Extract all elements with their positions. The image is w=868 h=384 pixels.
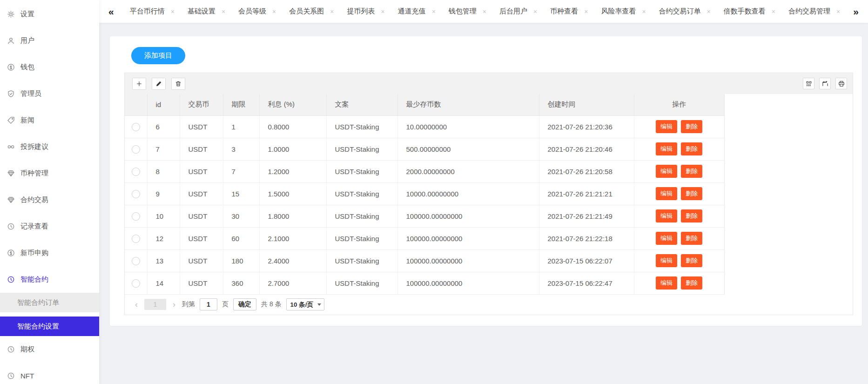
row-radio[interactable] xyxy=(132,168,140,176)
table-cell: 2000.00000000 xyxy=(397,160,539,182)
table-cell: 2021-07-26 21:20:58 xyxy=(539,160,634,182)
table-row: 6USDT10.8000USDT-Staking10.000000002021-… xyxy=(125,115,724,138)
tab-close-icon[interactable]: × xyxy=(171,8,175,15)
sidebar-item-records[interactable]: 记录查看 xyxy=(0,213,99,240)
tab-close-icon[interactable]: × xyxy=(642,8,646,15)
confirm-button[interactable]: 确定 xyxy=(233,298,256,310)
page-current[interactable]: 1 xyxy=(144,299,166,310)
edit-button[interactable]: 编辑 xyxy=(656,120,677,133)
tab[interactable]: 会员关系图× xyxy=(283,0,340,23)
delete-button[interactable]: 删除 xyxy=(681,120,702,133)
tab-close-icon[interactable]: × xyxy=(584,8,588,15)
table-row: 12USDT602.1000USDT-Staking100000.0000000… xyxy=(125,227,724,249)
history-icon xyxy=(7,276,15,284)
edit-button[interactable]: 编辑 xyxy=(656,254,677,267)
tab[interactable]: 通道充值× xyxy=(391,0,442,23)
sidebar-item-contract-trade[interactable]: 合约交易 xyxy=(0,187,99,213)
tabs-scroll-right-icon[interactable]: » xyxy=(844,6,868,17)
tabbar: « 平台币行情×基础设置×会员等级×会员关系图×提币列表×通道充值×钱包管理×后… xyxy=(99,0,868,23)
edit-button[interactable]: 编辑 xyxy=(656,187,677,200)
sidebar-item-users[interactable]: 用户 xyxy=(0,27,99,54)
tab[interactable]: 钱包管理× xyxy=(442,0,493,23)
tab-close-icon[interactable]: × xyxy=(836,8,840,15)
tab[interactable]: 提币列表× xyxy=(340,0,391,23)
toolbar-edit-button[interactable] xyxy=(152,78,166,90)
sidebar-item-admin[interactable]: 管理员 xyxy=(0,81,99,107)
tab-label: 后台用户 xyxy=(499,7,527,16)
table-cell: 1.8000 xyxy=(259,205,326,227)
tab-close-icon[interactable]: × xyxy=(432,8,436,15)
sidebar-item-smart-contract[interactable]: 智能合约 xyxy=(0,266,99,293)
edit-button[interactable]: 编辑 xyxy=(656,209,677,222)
tab-close-icon[interactable]: × xyxy=(772,8,775,15)
tab[interactable]: 倍数手数查看× xyxy=(717,0,782,23)
page-size-select[interactable]: 10 条/页 xyxy=(286,298,324,310)
tab-close-icon[interactable]: × xyxy=(330,8,334,15)
tab-close-icon[interactable]: × xyxy=(533,8,537,15)
edit-button[interactable]: 编辑 xyxy=(656,276,677,290)
row-radio[interactable] xyxy=(132,257,140,265)
tab[interactable]: 币种查看× xyxy=(544,0,594,23)
tab-close-icon[interactable]: × xyxy=(272,8,276,15)
delete-button[interactable]: 删除 xyxy=(681,165,702,178)
sidebar-item-new-coin[interactable]: 新币申购 xyxy=(0,240,99,266)
row-radio[interactable] xyxy=(132,145,140,154)
sidebar-subitem-smart-contract-orders[interactable]: 智能合约订单 xyxy=(0,293,99,312)
tab-close-icon[interactable]: × xyxy=(222,8,225,15)
toolbar-add-button[interactable] xyxy=(132,78,146,90)
table-cell: 2021-07-26 21:20:46 xyxy=(539,138,634,160)
toolbar-print-button[interactable] xyxy=(835,78,847,89)
delete-button[interactable]: 删除 xyxy=(681,209,702,222)
table-cell: USDT xyxy=(180,272,223,294)
tab[interactable]: 会员等级× xyxy=(232,0,283,23)
tab-label: 通道充值 xyxy=(398,7,426,16)
edit-button[interactable]: 编辑 xyxy=(656,165,677,178)
tab[interactable]: 合约交易订单× xyxy=(653,0,717,23)
edit-button[interactable]: 编辑 xyxy=(656,232,677,245)
table-cell: 2.1000 xyxy=(259,227,326,249)
tab[interactable]: 合约交易管理× xyxy=(782,0,844,23)
total-count: 共 8 条 xyxy=(261,300,282,309)
sidebar-item-feedback[interactable]: 投拆建议 xyxy=(0,134,99,160)
sidebar-subitem-smart-contract-settings[interactable]: 智能合约设置 xyxy=(0,317,99,336)
delete-button[interactable]: 删除 xyxy=(681,276,702,290)
delete-button[interactable]: 删除 xyxy=(681,254,702,267)
table-cell: 3 xyxy=(223,138,259,160)
tabs-scroll-left-icon[interactable]: « xyxy=(99,6,123,17)
sidebar-item-label: 期权 xyxy=(20,345,34,354)
toolbar-export-button[interactable] xyxy=(819,78,831,89)
row-radio[interactable] xyxy=(132,279,140,288)
delete-button[interactable]: 删除 xyxy=(681,187,702,200)
table-cell: 10.00000000 xyxy=(397,115,539,138)
tab-close-icon[interactable]: × xyxy=(381,8,384,15)
sidebar-item-coin-manage[interactable]: 币种管理 xyxy=(0,160,99,187)
tab-close-icon[interactable]: × xyxy=(483,8,486,15)
tab-close-icon[interactable]: × xyxy=(707,8,711,15)
sidebar-item-options[interactable]: 期权 xyxy=(0,336,99,363)
delete-button[interactable]: 删除 xyxy=(681,142,702,155)
add-project-button[interactable]: 添加项目 xyxy=(131,47,185,64)
table-cell xyxy=(125,182,147,205)
toolbar-cols-button[interactable] xyxy=(803,78,814,89)
tab[interactable]: 后台用户× xyxy=(493,0,544,23)
sidebar-item-nft[interactable]: NFT xyxy=(0,363,99,384)
page-next-button[interactable]: › xyxy=(171,300,177,309)
sidebar-item-news[interactable]: 新闻 xyxy=(0,107,99,134)
tab[interactable]: 基础设置× xyxy=(181,0,232,23)
page-prev-button[interactable]: ‹ xyxy=(133,300,140,309)
delete-button[interactable]: 删除 xyxy=(681,232,702,245)
tab[interactable]: 平台币行情× xyxy=(123,0,181,23)
row-radio[interactable] xyxy=(132,235,140,243)
goto-page-input[interactable] xyxy=(200,298,217,310)
table-header-radio-cell xyxy=(125,94,147,115)
sidebar-item-settings[interactable]: 设置 xyxy=(0,1,99,27)
table-cell: USDT-Staking xyxy=(326,205,397,227)
edit-button[interactable]: 编辑 xyxy=(656,142,677,155)
row-radio[interactable] xyxy=(132,190,140,198)
toolbar-delete-button[interactable] xyxy=(171,78,185,90)
tab[interactable]: 风险率查看× xyxy=(594,0,652,23)
data-table: id交易币期限利息 (%)文案最少存币数创建时间操作 6USDT10.8000U… xyxy=(125,94,725,295)
sidebar-item-wallet[interactable]: 钱包 xyxy=(0,54,99,81)
row-radio[interactable] xyxy=(132,212,140,221)
row-radio[interactable] xyxy=(132,123,140,131)
